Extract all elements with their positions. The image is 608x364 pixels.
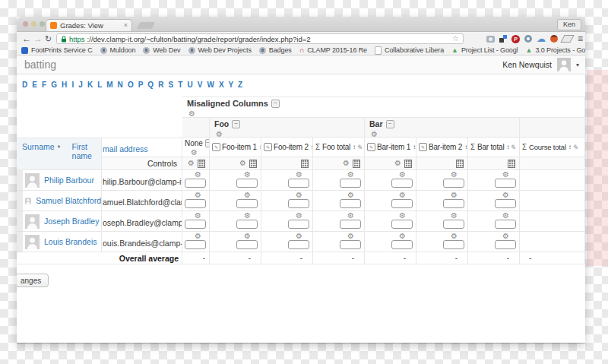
bookmark-item[interactable]: ▲3.0 Projects - Goog xyxy=(526,46,586,54)
new-tab-button[interactable] xyxy=(137,22,155,29)
grade-input[interactable] xyxy=(288,220,309,229)
calculator-icon[interactable] xyxy=(301,160,309,168)
quill-extension-icon[interactable] xyxy=(560,35,574,43)
grade-input[interactable] xyxy=(495,179,516,188)
minimize-window-button[interactable] xyxy=(31,21,36,27)
gear-icon[interactable]: ⚙ xyxy=(399,191,406,199)
calculator-icon[interactable] xyxy=(353,160,360,168)
calculator-icon[interactable] xyxy=(404,160,412,168)
grade-input[interactable] xyxy=(236,240,258,249)
bookmark-item[interactable]: Web Dev xyxy=(143,46,180,54)
forward-button[interactable]: → xyxy=(33,33,43,44)
gear-icon[interactable]: ⚙ xyxy=(296,212,302,220)
bookmark-item[interactable]: FootPrints Service C xyxy=(21,46,93,54)
student-name-link[interactable]: Joseph Bradley xyxy=(44,217,99,226)
close-window-button[interactable] xyxy=(23,21,28,27)
gear-icon[interactable]: ⚙ xyxy=(195,233,201,240)
sort-icon[interactable]: ↕ xyxy=(568,144,572,150)
gear-icon[interactable]: ⚙ xyxy=(191,149,207,157)
sort-email-link[interactable]: mail address xyxy=(103,144,148,154)
browser-tab[interactable]: Grades: View × xyxy=(46,19,132,31)
grade-input[interactable] xyxy=(288,199,309,208)
calculator-icon[interactable] xyxy=(198,160,205,168)
pinterest-extension-icon[interactable]: P xyxy=(511,35,520,43)
grade-input[interactable] xyxy=(236,220,258,229)
collapse-icon[interactable]: − xyxy=(386,120,394,128)
back-button[interactable]: ← xyxy=(22,33,31,44)
gear-icon[interactable]: ⚙ xyxy=(343,160,350,167)
collapse-icon[interactable]: − xyxy=(271,100,280,108)
ring-extension-icon[interactable] xyxy=(524,35,532,43)
gear-icon[interactable]: ⚙ xyxy=(296,233,302,240)
calculator-icon[interactable] xyxy=(249,160,257,168)
gear-icon[interactable]: ⚙ xyxy=(451,212,458,220)
gear-icon[interactable]: ⚙ xyxy=(296,191,302,199)
bookmark-item[interactable]: Badges xyxy=(259,46,292,54)
edit-icon[interactable]: ✎ xyxy=(572,144,579,151)
gear-icon[interactable]: ⚙ xyxy=(244,171,251,179)
grade-input[interactable] xyxy=(236,199,258,208)
address-bar[interactable]: https://dev.clamp-it.org/~cfulton/battin… xyxy=(56,33,464,44)
gear-icon[interactable]: ⚙ xyxy=(451,191,458,199)
gear-icon[interactable]: ⚙ xyxy=(347,191,354,199)
gear-icon[interactable]: ⚙ xyxy=(347,233,354,240)
bookmark-item[interactable]: ▲Project List - Googl xyxy=(451,46,518,54)
grade-input[interactable] xyxy=(340,220,361,229)
gear-icon[interactable]: ⚙ xyxy=(502,171,509,179)
grade-input[interactable] xyxy=(185,179,206,188)
grade-input[interactable] xyxy=(443,240,464,249)
grade-input[interactable] xyxy=(185,199,206,208)
gear-icon[interactable]: ⚙ xyxy=(296,171,302,179)
bookmark-item[interactable]: ∩CLAMP 2015-16 Re xyxy=(299,46,367,54)
reload-button[interactable]: ↻ xyxy=(45,33,52,44)
grade-input[interactable] xyxy=(443,179,464,188)
collapse-icon[interactable]: − xyxy=(232,120,240,128)
student-name-link[interactable]: Samuel Blatchford xyxy=(36,196,101,205)
grade-input[interactable] xyxy=(391,179,413,188)
save-changes-button[interactable]: anges xyxy=(17,274,49,287)
grade-input[interactable] xyxy=(495,240,516,249)
sort-icon[interactable]: ↕ xyxy=(413,144,416,150)
student-name-link[interactable]: Philip Barbour xyxy=(44,176,94,185)
gear-icon[interactable]: ⚙ xyxy=(451,233,458,240)
gear-icon[interactable]: ⚙ xyxy=(502,233,509,240)
bookmark-star-icon[interactable]: ☆ xyxy=(452,35,459,43)
grade-input[interactable] xyxy=(340,199,361,208)
grade-input[interactable] xyxy=(495,220,516,229)
grade-input[interactable] xyxy=(288,179,309,188)
grade-input[interactable] xyxy=(391,240,413,249)
student-name-link[interactable]: Louis Brandeis xyxy=(44,237,97,246)
squares-extension-icon[interactable] xyxy=(499,35,507,43)
gear-icon[interactable]: ⚙ xyxy=(188,160,195,167)
cloud-extension-icon[interactable]: ☁ xyxy=(537,35,546,43)
gear-icon[interactable]: ⚙ xyxy=(399,233,406,240)
gear-icon[interactable]: ⚙ xyxy=(394,160,401,167)
profile-chip[interactable]: Ken xyxy=(557,19,581,30)
sort-icon[interactable]: ↕ xyxy=(464,144,467,150)
screenshot-extension-icon[interactable] xyxy=(486,36,495,43)
grade-input[interactable] xyxy=(288,240,309,249)
calculator-icon[interactable] xyxy=(456,160,464,168)
gear-icon[interactable]: ⚙ xyxy=(347,212,354,220)
grade-input[interactable] xyxy=(391,199,413,208)
grade-input[interactable] xyxy=(443,199,464,208)
gear-icon[interactable]: ⚙ xyxy=(195,212,201,220)
grade-input[interactable] xyxy=(391,220,413,229)
gear-icon[interactable]: ⚙ xyxy=(239,160,246,167)
initials-filter-links[interactable]: D E F G H I J K L M N O P Q R S T U V W … xyxy=(22,81,243,89)
tab-close-icon[interactable]: × xyxy=(124,22,128,29)
gear-icon[interactable]: ⚙ xyxy=(451,171,458,179)
grade-input[interactable] xyxy=(185,220,206,229)
gear-icon[interactable]: ⚙ xyxy=(188,110,584,118)
sort-icon[interactable]: ↕ xyxy=(506,144,509,150)
bookmark-item[interactable]: Collaborative Libera xyxy=(375,46,444,55)
gear-icon[interactable]: ⚙ xyxy=(399,212,406,220)
user-menu[interactable]: Ken Newquist ▾ xyxy=(502,57,579,72)
bookmark-item[interactable]: Web Dev Projects xyxy=(188,46,252,54)
gear-icon[interactable]: ⚙ xyxy=(216,131,364,138)
gear-icon[interactable]: ⚙ xyxy=(371,131,519,138)
grade-input[interactable] xyxy=(340,179,361,188)
zoom-window-button[interactable] xyxy=(40,21,45,27)
grade-input[interactable] xyxy=(340,240,361,249)
gear-icon[interactable]: ⚙ xyxy=(347,171,354,179)
